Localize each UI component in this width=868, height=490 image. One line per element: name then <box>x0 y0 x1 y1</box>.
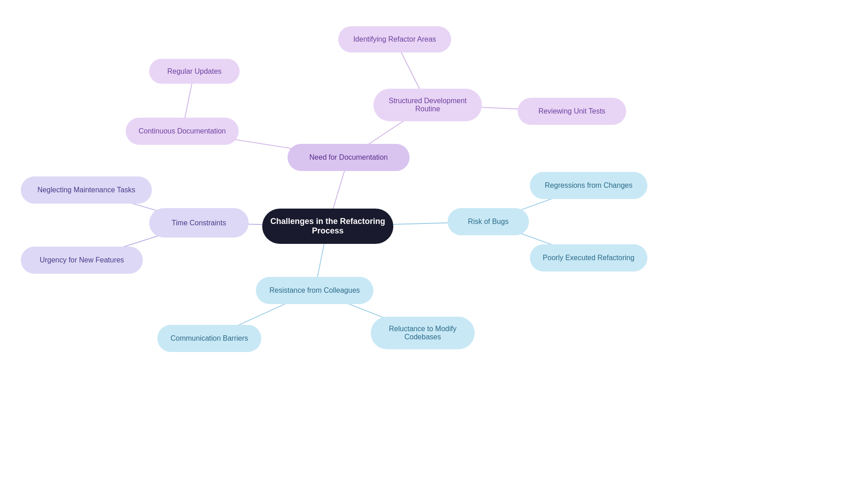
node-need-doc[interactable]: Need for Documentation <box>288 144 410 171</box>
node-poorly-exec[interactable]: Poorly Executed Refactoring <box>530 244 647 271</box>
node-regular-updates[interactable]: Regular Updates <box>149 59 240 84</box>
node-urgency[interactable]: Urgency for New Features <box>21 247 143 274</box>
node-reluctance[interactable]: Reluctance to Modify Codebases <box>371 317 475 349</box>
center-node[interactable]: Challenges in the Refactoring Process <box>262 209 393 244</box>
node-continuous-doc[interactable]: Continuous Documentation <box>126 118 239 145</box>
node-identifying[interactable]: Identifying Refactor Areas <box>338 26 451 52</box>
node-neglecting[interactable]: Neglecting Maintenance Tasks <box>21 176 152 204</box>
node-regressions[interactable]: Regressions from Changes <box>530 172 647 199</box>
node-reviewing[interactable]: Reviewing Unit Tests <box>518 98 626 125</box>
node-communication[interactable]: Communication Barriers <box>157 325 261 352</box>
node-risk-bugs[interactable]: Risk of Bugs <box>448 208 529 235</box>
node-time-constraints[interactable]: Time Constraints <box>149 208 249 238</box>
node-resistance[interactable]: Resistance from Colleagues <box>256 277 373 304</box>
node-structured-dev[interactable]: Structured Development Routine <box>373 89 482 121</box>
